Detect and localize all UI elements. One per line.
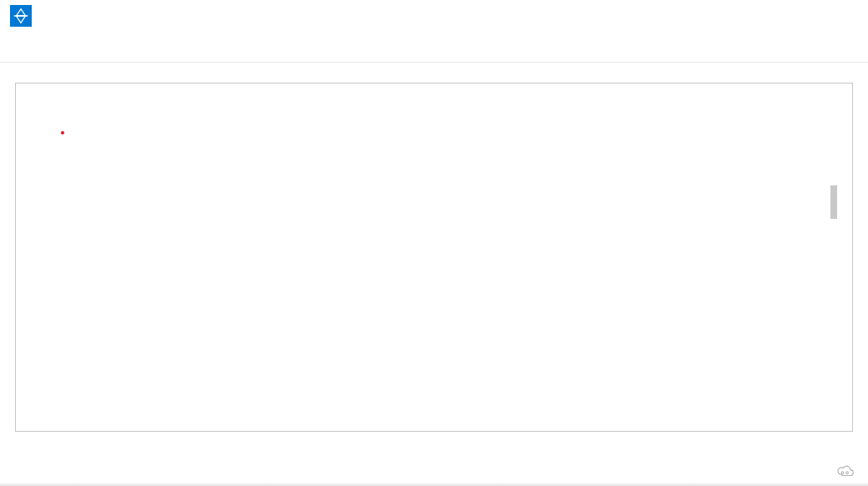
bottom-shadow bbox=[0, 483, 868, 486]
svg-point-1 bbox=[846, 472, 849, 474]
watermark bbox=[836, 463, 858, 481]
code-area[interactable] bbox=[58, 84, 852, 431]
panel-header bbox=[0, 0, 868, 33]
scrollbar-thumb[interactable] bbox=[830, 185, 837, 219]
highlight-annotation bbox=[61, 131, 64, 134]
cloud-icon bbox=[836, 463, 855, 481]
code-editor[interactable] bbox=[15, 83, 853, 432]
svg-point-0 bbox=[841, 472, 844, 474]
tab-bar bbox=[0, 33, 868, 63]
line-number-gutter bbox=[16, 84, 58, 431]
event-grid-icon bbox=[10, 5, 32, 27]
description-text bbox=[0, 63, 868, 83]
